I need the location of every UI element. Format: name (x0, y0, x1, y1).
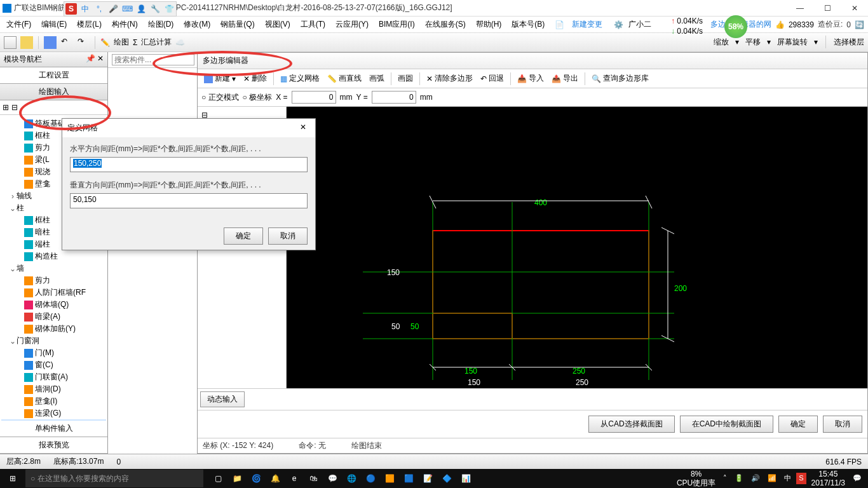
menu-edit[interactable]: 编辑(E) (39, 18, 69, 31)
taskview-icon[interactable]: ▢ (208, 469, 227, 488)
rotate-button[interactable]: 屏幕旋转 (777, 37, 808, 48)
undo-button[interactable]: ↶ (60, 36, 73, 49)
dialog-cancel-button[interactable]: 取消 (268, 227, 308, 245)
app3-icon[interactable]: 💬 (323, 469, 342, 488)
pin-icon[interactable]: 📌 ✕ (86, 54, 104, 65)
minimize-button[interactable]: — (789, 3, 811, 14)
dialog-ok-button[interactable]: 确定 (224, 227, 263, 245)
app9-icon[interactable]: 📊 (456, 469, 475, 488)
ime-mic-icon[interactable]: 🎤 (107, 3, 119, 15)
tray-up-icon[interactable]: ˄ (721, 474, 729, 482)
tab-project-settings[interactable]: 工程设置 (0, 67, 107, 84)
tray-battery-icon[interactable]: 🔋 (732, 474, 746, 482)
tray-notif-icon[interactable]: 💬 (850, 474, 864, 482)
ime-punct-icon[interactable]: °, (93, 3, 105, 15)
tree-expand-icon[interactable]: ⊞ (3, 103, 9, 112)
x-input[interactable] (292, 91, 336, 104)
tray-sogou-icon[interactable]: S (796, 473, 806, 484)
tray-vol-icon[interactable]: 🔊 (749, 474, 763, 482)
poly-export-button[interactable]: 📤导出 (549, 72, 581, 85)
poly-ok-button[interactable]: 确定 (778, 416, 818, 433)
maximize-button[interactable]: ☐ (817, 3, 839, 14)
pan-button[interactable]: 平移 (745, 37, 761, 48)
poly-new-button[interactable]: 新建▾ (201, 72, 238, 85)
dynamic-input-button[interactable]: 动态输入 (200, 391, 245, 407)
tree-item[interactable]: 暗梁(A) (1, 311, 106, 323)
tree-item[interactable]: 窗(C) (1, 359, 106, 371)
app5-icon[interactable]: 🟧 (380, 469, 399, 488)
menu-online[interactable]: 在线服务(S) (423, 18, 468, 31)
redo-button[interactable]: ↷ (77, 36, 90, 49)
tree-collapse-icon[interactable]: ⊟ (11, 103, 18, 112)
menu-modify[interactable]: 修改(M) (181, 18, 213, 31)
poly-grid-button[interactable]: ▦定义网格 (278, 72, 322, 85)
sum-label[interactable]: 汇总计算 (141, 37, 172, 48)
ie-icon[interactable]: 🌐 (342, 469, 361, 488)
menu-version[interactable]: 版本号(B) (509, 18, 547, 31)
tray-ime-zhong[interactable]: 中 (782, 474, 794, 482)
menu-file[interactable]: 文件(F) (4, 18, 34, 31)
poly-cancel-button[interactable]: 取消 (823, 416, 862, 433)
to-cad-button[interactable]: 在CAD中绘制截面图 (680, 416, 773, 433)
tray-clock[interactable]: 15:452017/11/3 (809, 470, 848, 488)
start-button[interactable]: ⊞ (0, 469, 25, 488)
menu-draw[interactable]: 绘图(D) (146, 18, 177, 31)
tree-item[interactable]: 门联窗(A) (1, 371, 106, 383)
open-file-button[interactable] (20, 36, 33, 49)
ime-settings-icon[interactable]: 🔧 (149, 3, 161, 15)
ortho-radio[interactable]: ○ 正交模式 (201, 92, 239, 103)
close-button[interactable]: ✕ (844, 3, 865, 14)
poly-line-button[interactable]: 📏画直线 (325, 72, 364, 85)
menu-help[interactable]: 帮助(H) (473, 18, 505, 31)
polar-radio[interactable]: ○ 极坐标 (243, 92, 273, 103)
poly-delete-button[interactable]: ✕删除 (241, 72, 269, 85)
new-file-button[interactable] (4, 36, 17, 49)
cloud-icon[interactable]: ☁️ (175, 38, 185, 47)
tree-item[interactable]: 墙洞(D) (1, 383, 106, 395)
menu-rebar[interactable]: 钢筋量(Q) (218, 18, 257, 31)
ime-keyboard-icon[interactable]: ⌨ (121, 3, 133, 15)
menu-floor[interactable]: 楼层(L) (74, 18, 104, 31)
app2-icon[interactable]: 🔔 (266, 469, 285, 488)
new-change-button[interactable]: 新建变更 (569, 18, 605, 31)
save-button[interactable] (44, 36, 57, 49)
app7-icon[interactable]: 📝 (418, 469, 437, 488)
tree-item[interactable]: 剪力 (1, 274, 106, 287)
h-spacing-input[interactable]: 150,250 (70, 157, 308, 172)
edge-icon[interactable]: e (285, 469, 304, 488)
tree-item[interactable]: 构造柱 (1, 250, 106, 262)
menu-tool[interactable]: 工具(T) (298, 18, 328, 31)
zoom-button[interactable]: 缩放 (714, 37, 729, 48)
app6-icon[interactable]: 🟦 (399, 469, 418, 488)
tree-item[interactable]: ⌄门窗洞 (1, 335, 106, 347)
from-cad-button[interactable]: 从CAD选择截面图 (588, 416, 674, 433)
menu-view[interactable]: 视图(V) (262, 18, 293, 31)
poly-back-button[interactable]: ↶回退 (478, 72, 506, 85)
ime-user-icon[interactable]: 👤 (135, 3, 147, 15)
y-input[interactable] (372, 91, 416, 104)
poly-clear-button[interactable]: ✕清除多边形 (424, 72, 475, 85)
cad-canvas[interactable]: 400 200 150 250 150 250 50 50 150 (287, 107, 867, 388)
tab-draw-input[interactable]: 绘图输入 (0, 84, 107, 100)
tab-report[interactable]: 报表预览 (0, 437, 107, 454)
dialog-close-button[interactable]: ✕ (296, 123, 310, 133)
explorer-icon[interactable]: 📁 (227, 469, 247, 488)
ime-skin-icon[interactable]: 👕 (163, 3, 175, 15)
store-icon[interactable]: 🛍 (304, 469, 323, 488)
poly-query-button[interactable]: 🔍查询多边形库 (589, 72, 651, 85)
tree-item[interactable]: 壁龛(I) (1, 395, 106, 407)
v-spacing-input[interactable]: 50,150 (70, 193, 308, 208)
tree-item[interactable]: 砌体墙(Q) (1, 299, 106, 311)
ime-zhong-icon[interactable]: 中 (79, 3, 91, 15)
cpu-tray[interactable]: 8%CPU使用率 (674, 470, 718, 488)
menu-cloud[interactable]: 云应用(Y) (333, 18, 371, 31)
select-floor-button[interactable]: 选择楼层 (834, 37, 864, 48)
search-component-input[interactable] (112, 54, 194, 65)
menu-component[interactable]: 构件(N) (109, 18, 140, 31)
ime-sogou-icon[interactable]: S (65, 3, 77, 15)
app8-icon[interactable]: 🔷 (437, 469, 456, 488)
draw-label[interactable]: 绘图 (114, 37, 129, 48)
app1-icon[interactable]: 🌀 (247, 469, 266, 488)
tree-item[interactable]: 人防门框墙(RF (1, 287, 106, 299)
tree-item[interactable]: ⌄墙 (1, 262, 106, 274)
